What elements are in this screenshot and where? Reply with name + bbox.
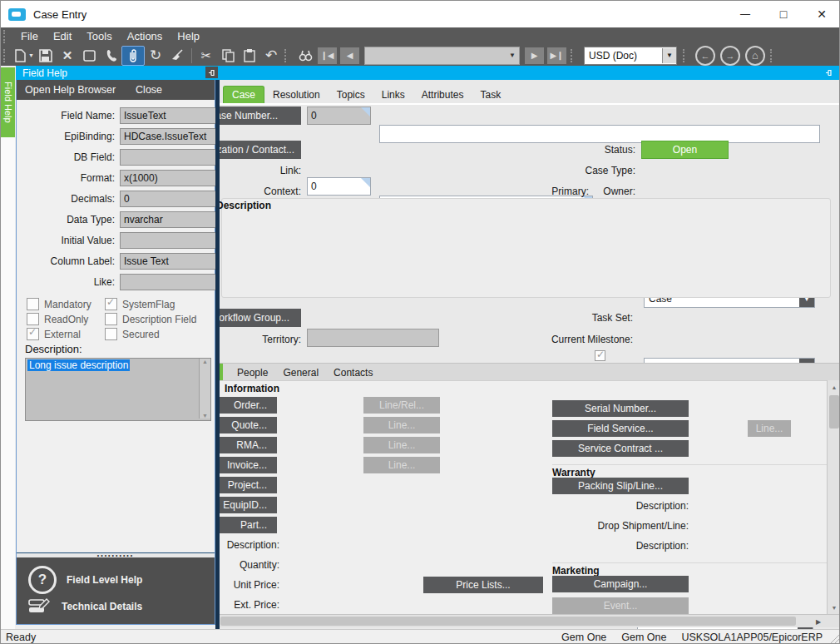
campaign-button[interactable]: Campaign... <box>552 576 689 592</box>
toolbar-grip[interactable] <box>3 49 9 62</box>
price-lists-button[interactable]: Price Lists... <box>423 577 543 593</box>
horizontal-scrollbar[interactable]: ▶ <box>220 614 840 627</box>
external-checkbox[interactable] <box>27 328 39 340</box>
hidden-active-subtab[interactable] <box>220 364 223 381</box>
textarea-scrollbar[interactable]: ▲▼ <box>199 359 210 419</box>
pin-icon[interactable] <box>205 67 218 78</box>
close-button[interactable]: Close <box>127 84 162 96</box>
horizontal-scroll-thumb[interactable] <box>220 617 796 626</box>
order-button[interactable]: Order... <box>220 397 277 414</box>
paste-icon[interactable] <box>239 47 260 65</box>
decimals-value[interactable]: 0 <box>120 191 221 207</box>
rma-button[interactable]: RMA... <box>220 437 277 453</box>
org-number-field[interactable]: 0 <box>307 177 371 196</box>
new-icon[interactable]: ▼ <box>13 47 35 65</box>
tab-case[interactable]: Case <box>223 86 264 103</box>
refresh-icon[interactable]: ↻ <box>145 47 166 65</box>
serial-number-button[interactable]: Serial Number... <box>552 400 689 417</box>
home-icon[interactable]: ⌂ <box>745 46 765 66</box>
epibinding-value[interactable]: HDCase.IssueText <box>120 128 221 145</box>
organization-contact-button[interactable]: Organization / Contact... <box>220 141 301 159</box>
packing-slip-button[interactable]: Packing Slip/Line... <box>552 478 689 494</box>
combo-arrow-icon[interactable]: ▼ <box>509 52 519 59</box>
delete-icon[interactable]: ✕ <box>57 47 78 65</box>
menu-grip[interactable] <box>3 30 9 43</box>
menu-actions[interactable]: Actions <box>120 30 170 42</box>
scroll-right-icon[interactable]: ▶ <box>812 617 825 627</box>
tab-links[interactable]: Links <box>373 87 413 103</box>
pin-icon-right[interactable] <box>823 67 834 78</box>
cut-icon[interactable]: ✂ <box>195 47 217 65</box>
phone-icon[interactable] <box>100 47 121 65</box>
next-record-icon[interactable]: ▶ <box>525 47 544 64</box>
equip-id-button[interactable]: EquipID... <box>220 497 277 513</box>
description-field-checkbox[interactable] <box>105 313 117 325</box>
menu-file[interactable]: File <box>13 30 46 42</box>
menu-help[interactable]: Help <box>170 30 207 42</box>
secured-checkbox[interactable] <box>105 328 117 340</box>
prev-record-icon[interactable]: ◀ <box>340 47 359 64</box>
primary-checkbox[interactable] <box>595 350 605 361</box>
attachment-icon[interactable] <box>121 46 145 66</box>
toolbar-grip4[interactable] <box>683 49 689 62</box>
like-value[interactable] <box>120 274 221 290</box>
initial-value-value[interactable] <box>120 232 221 249</box>
invoice-button[interactable]: Invoice... <box>220 457 277 473</box>
field-name-value[interactable]: IssueText <box>120 107 221 124</box>
field-level-help-item[interactable]: ? Field Level Help <box>28 566 142 594</box>
toolbar-grip3[interactable] <box>571 49 576 62</box>
quote-button[interactable]: Quote... <box>220 417 277 433</box>
memo-icon[interactable] <box>78 47 100 65</box>
mandatory-checkbox[interactable] <box>27 298 39 310</box>
menu-edit[interactable]: Edit <box>46 30 79 42</box>
clear-icon[interactable] <box>166 47 188 65</box>
undo-icon[interactable]: ↶ <box>260 47 282 65</box>
subtab-general[interactable]: General <box>275 367 326 379</box>
subtab-people[interactable]: People <box>230 367 275 379</box>
save-icon[interactable] <box>35 47 57 65</box>
scroll-down-icon[interactable]: ▼ <box>202 413 208 419</box>
toolbar-grip2[interactable] <box>284 49 290 62</box>
minimize-icon[interactable]: — <box>726 1 764 27</box>
case-number-button[interactable]: Case Number... <box>220 107 301 125</box>
column-label-value[interactable]: Issue Text <box>120 253 221 270</box>
tab-task[interactable]: Task <box>472 87 509 103</box>
resize-grip[interactable] <box>829 633 840 644</box>
scroll-up-icon[interactable]: ▲ <box>202 359 208 364</box>
case-number-field[interactable]: 0 <box>307 107 371 125</box>
search-binoculars-icon[interactable] <box>294 47 316 65</box>
tab-attributes[interactable]: Attributes <box>413 87 472 103</box>
first-record-icon[interactable]: ❙◀ <box>318 47 337 64</box>
back-icon[interactable]: ← <box>695 46 715 66</box>
currency-arrow-icon[interactable]: ▼ <box>662 48 676 63</box>
scroll-up-icon[interactable]: ▲ <box>828 380 840 394</box>
project-button[interactable]: Project... <box>220 477 277 493</box>
open-help-browser-button[interactable]: Open Help Browser <box>17 84 116 96</box>
technical-details-item[interactable]: Technical Details <box>28 596 142 617</box>
last-record-icon[interactable]: ▶❙ <box>547 47 566 64</box>
description-textarea[interactable]: Long issue description ▲▼ <box>25 358 211 421</box>
menu-tools[interactable]: Tools <box>79 30 119 42</box>
currency-select[interactable]: USD (Doc) ▼ <box>584 47 677 65</box>
part-button[interactable]: Part... <box>220 517 277 533</box>
tab-topics[interactable]: Topics <box>329 87 373 103</box>
field-help-side-tab[interactable]: Field Help <box>1 67 15 137</box>
readonly-checkbox[interactable] <box>27 313 39 325</box>
copy-icon[interactable] <box>217 47 239 65</box>
workflow-group-button[interactable]: Workflow Group... <box>220 309 301 327</box>
record-search-combobox[interactable]: ▼ <box>364 47 520 65</box>
service-contract-button[interactable]: Service Contract ... <box>552 440 689 457</box>
systemflag-checkbox[interactable] <box>105 298 117 310</box>
forward-icon[interactable]: → <box>720 46 740 66</box>
format-value[interactable]: x(1000) <box>120 170 221 186</box>
field-service-button[interactable]: Field Service... <box>552 420 689 437</box>
subtab-contacts[interactable]: Contacts <box>326 367 380 379</box>
tab-resolution[interactable]: Resolution <box>264 87 329 103</box>
toolbar-grip5[interactable] <box>770 49 776 62</box>
vertical-scroll-thumb[interactable] <box>829 395 839 429</box>
vertical-scrollbar[interactable]: ▲ ▼ <box>827 380 840 614</box>
data-type-value[interactable]: nvarchar <box>120 211 221 228</box>
close-icon[interactable]: ✕ <box>803 1 840 27</box>
scroll-down-icon[interactable]: ▼ <box>828 601 840 614</box>
maximize-icon[interactable]: □ <box>764 1 803 27</box>
